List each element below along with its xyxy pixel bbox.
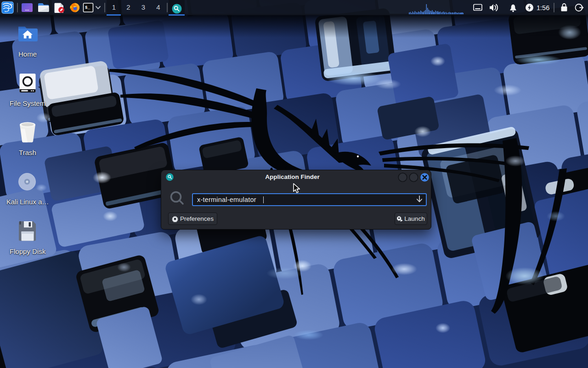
svg-text:1:56: 1:56: [537, 4, 549, 12]
svg-text:$_: $_: [85, 6, 90, 10]
